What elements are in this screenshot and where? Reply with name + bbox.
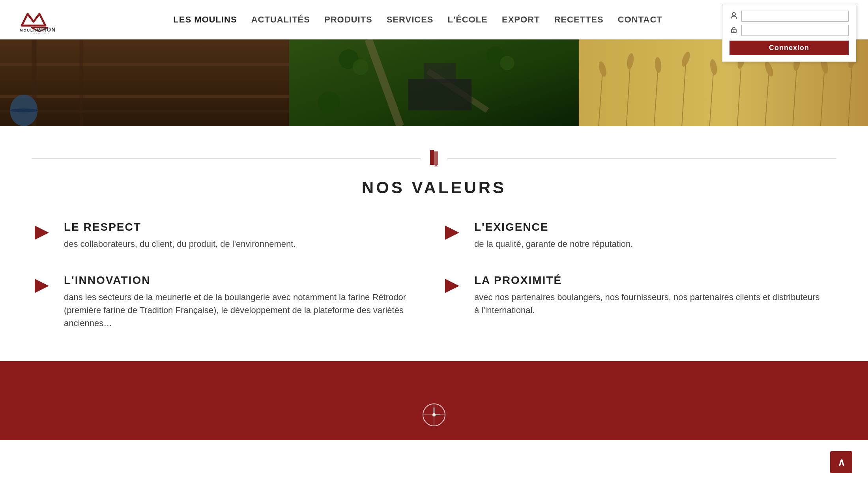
nav-item-recettes[interactable]: RECETTES [554,15,603,25]
lock-icon [730,26,738,35]
svg-rect-21 [0,63,289,66]
valeur-arrow-exigence [442,222,462,246]
svg-text:CHARTRES: CHARTRES [31,32,50,34]
hero-panel-1 [0,39,289,126]
footer-logo-icon [418,403,450,427]
valeurs-title: NOS VALEURS [32,178,836,197]
svg-rect-22 [0,79,289,81]
svg-marker-63 [445,226,459,240]
svg-rect-24 [0,110,289,112]
valeur-description-proximite: avec nos partenaires boulangers, nos fou… [474,291,821,317]
scroll-top-icon: ∧ [838,456,845,468]
svg-rect-31 [424,63,456,83]
svg-point-36 [318,91,340,114]
valeur-heading-innovation: L'INNOVATION [64,274,410,287]
valeur-item-proximite: LA PROXIMITÉ avec nos partenaires boulan… [442,274,821,330]
svg-marker-64 [35,279,49,293]
section-divider [32,150,836,166]
valeur-description-respect: des collaborateurs, du client, du produi… [64,237,296,250]
valeur-arrow-respect [32,222,52,246]
nav-item-contact[interactable]: CONTACT [618,15,662,25]
svg-marker-0 [22,14,45,26]
nav-item-lecole[interactable]: L'ÉCOLE [448,15,488,25]
nav-item-actualites[interactable]: ACTUALITÉS [251,15,310,25]
login-popup: Connexion [722,4,856,62]
svg-point-35 [500,56,514,70]
valeurs-section: NOS VALEURS LE RESPECT des collaborateur… [0,126,868,361]
username-input[interactable] [741,11,849,22]
scroll-top-button[interactable]: ∧ [830,451,852,473]
password-row [730,25,849,36]
user-icon [730,12,738,21]
valeur-arrow-innovation [32,276,52,299]
svg-rect-26 [79,39,83,126]
logo-svg: MOULINS VIRON CHARTRES [16,6,63,34]
valeur-content-exigence: L'EXIGENCE de la qualité, garante de not… [474,221,633,250]
nav-item-export[interactable]: EXPORT [502,15,540,25]
valeur-content-respect: LE RESPECT des collaborateurs, du client… [64,221,296,250]
nav-item-les-moulins[interactable]: LES MOULINS [173,15,237,25]
valeur-item-respect: LE RESPECT des collaborateurs, du client… [32,221,410,250]
password-input[interactable] [741,25,849,36]
bookmark-icon [428,150,440,166]
footer-red [0,361,868,440]
svg-marker-62 [35,226,49,240]
hero-panel-2-img [289,39,578,126]
main-nav: LES MOULINS ACTUALITÉS PRODUITS SERVICES… [173,15,662,25]
svg-rect-20 [0,39,289,126]
valeurs-grid: LE RESPECT des collaborateurs, du client… [32,221,821,330]
logo-area[interactable]: MOULINS VIRON CHARTRES [16,6,63,34]
hero-panel-1-img [0,39,289,126]
valeur-description-exigence: de la qualité, garante de notre réputati… [474,237,633,250]
svg-rect-23 [0,95,289,98]
valeur-heading-proximite: LA PROXIMITÉ [474,274,821,287]
svg-text:VIRON: VIRON [36,26,56,33]
valeur-content-proximite: LA PROXIMITÉ avec nos partenaires boulan… [474,274,821,317]
hero-panel-2 [289,39,578,126]
valeur-heading-respect: LE RESPECT [64,221,296,233]
svg-marker-65 [445,279,459,293]
valeur-arrow-proximite [442,276,462,299]
username-row [730,11,849,22]
valeur-content-innovation: L'INNOVATION dans les secteurs de la meu… [64,274,410,330]
footer-logo [418,403,450,428]
valeur-item-exigence: L'EXIGENCE de la qualité, garante de not… [442,221,821,250]
svg-point-28 [10,108,37,112]
valeur-item-innovation: L'INNOVATION dans les secteurs de la meu… [32,274,410,330]
valeur-description-innovation: dans les secteurs de la meunerie et de l… [64,291,410,330]
svg-point-17 [732,13,735,16]
svg-point-19 [733,30,735,32]
svg-rect-59 [434,151,438,165]
svg-rect-30 [408,79,472,110]
nav-item-produits[interactable]: PRODUITS [324,15,372,25]
nav-item-services[interactable]: SERVICES [387,15,434,25]
valeur-heading-exigence: L'EXIGENCE [474,221,633,233]
svg-point-33 [353,59,369,75]
connexion-button[interactable]: Connexion [730,41,849,55]
